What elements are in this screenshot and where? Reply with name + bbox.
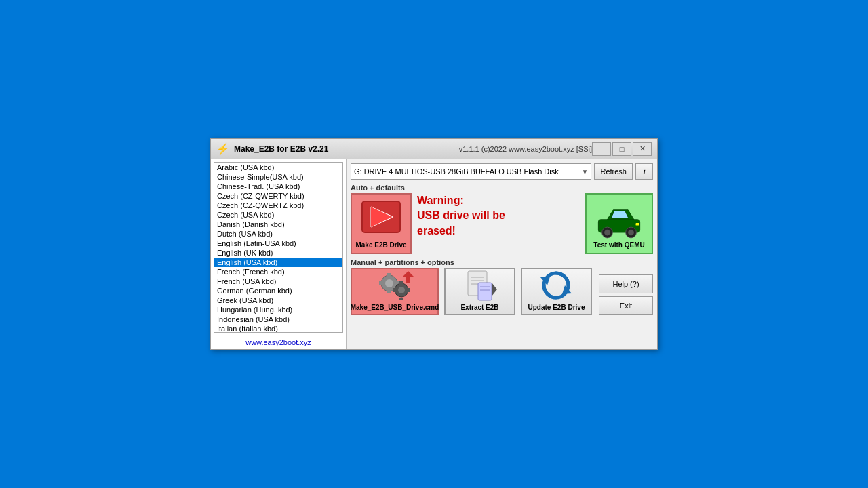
language-item[interactable]: English (Latin-USA kbd): [214, 239, 342, 248]
manual-cmd-label: Make_E2B_USB_Drive.cmd: [351, 304, 439, 311]
svg-rect-20: [408, 288, 410, 292]
language-item[interactable]: Chinese-Simple(USA kbd): [214, 172, 342, 182]
drive-row: G: DRIVE 4 MULTIOS-USB 28GiB BUFFALO USB…: [351, 163, 653, 180]
svg-marker-21: [403, 271, 414, 277]
car-icon: [595, 202, 643, 241]
main-window: ⚡ Make_E2B for E2B v2.21 v1.1.1 (c)2022 …: [210, 138, 658, 350]
svg-point-16: [398, 287, 405, 293]
main-content: Arabic (USA kbd)Chinese-Simple(USA kbd)C…: [211, 159, 657, 349]
extract-label: Extract E2B: [460, 304, 498, 311]
language-item[interactable]: Hungarian (Hung. kbd): [214, 305, 342, 314]
update-label: Update E2B Drive: [528, 304, 585, 311]
svg-rect-18: [399, 298, 403, 300]
svg-rect-17: [399, 281, 403, 284]
svg-point-5: [604, 230, 610, 236]
version-info: v1.1.1 (c)2022 www.easy2boot.xyz [SSi]: [418, 145, 592, 153]
refresh-button[interactable]: Refresh: [594, 163, 633, 180]
auto-section-label: Auto + defaults: [351, 184, 653, 192]
language-item[interactable]: French (French kbd): [214, 267, 342, 277]
extract-icon: [461, 268, 498, 304]
svg-rect-11: [387, 273, 391, 277]
info-button[interactable]: i: [635, 163, 653, 180]
drive-label: G: DRIVE 4 MULTIOS-USB 28GiB BUFFALO USB…: [354, 167, 559, 176]
language-item[interactable]: Arabic (USA kbd): [214, 163, 342, 172]
warning-text: Warning: USB drive will be erased!: [417, 193, 505, 239]
dropdown-arrow-icon: ▼: [582, 168, 589, 176]
side-buttons: Help (?) Exit: [599, 274, 653, 315]
svg-rect-22: [406, 277, 410, 283]
website-link[interactable]: www.easy2boot.xyz: [245, 338, 311, 346]
make-e2b-button[interactable]: Make E2B Drive: [351, 193, 412, 254]
app-icon: ⚡: [216, 142, 230, 155]
language-item[interactable]: English (UK kbd): [214, 248, 342, 258]
help-button[interactable]: Help (?): [599, 274, 653, 293]
titlebar: ⚡ Make_E2B for E2B v2.21 v1.1.1 (c)2022 …: [211, 139, 657, 159]
language-item[interactable]: Czech (CZ-QWERTZ kbd): [214, 201, 342, 210]
language-item[interactable]: Greek (USA kbd): [214, 296, 342, 305]
qemu-button[interactable]: Test with QEMU: [585, 193, 653, 254]
right-panel: G: DRIVE 4 MULTIOS-USB 28GiB BUFFALO USB…: [347, 159, 657, 349]
auto-section: Auto + defaults Make E2B Drive: [351, 184, 653, 254]
warning-box: Warning: USB drive will be erased!: [417, 193, 580, 239]
svg-rect-28: [478, 283, 492, 300]
window-title: Make_E2B for E2B v2.21: [234, 144, 418, 154]
manual-section-content: Make_E2B_USB_Drive.cmd: [351, 268, 653, 315]
language-item[interactable]: Czech (USA kbd): [214, 210, 342, 220]
drive-dropdown[interactable]: G: DRIVE 4 MULTIOS-USB 28GiB BUFFALO USB…: [351, 163, 591, 180]
svg-rect-8: [636, 223, 639, 226]
update-e2b-button[interactable]: Update E2B Drive: [521, 268, 592, 315]
extract-e2b-button[interactable]: Extract E2B: [444, 268, 515, 315]
window-controls: — □ ✕: [592, 142, 652, 156]
manual-section: Manual + partitions + options: [351, 258, 653, 315]
make-e2b-label: Make E2B Drive: [355, 241, 406, 249]
language-item[interactable]: Italian (Italian kbd): [214, 324, 342, 333]
language-item[interactable]: Czech (CZ-QWERTY kbd): [214, 191, 342, 201]
language-item[interactable]: Danish (Danish kbd): [214, 220, 342, 229]
footer-link-area: www.easy2boot.xyz: [211, 336, 346, 349]
exit-button[interactable]: Exit: [599, 296, 653, 315]
manual-cmd-button[interactable]: Make_E2B_USB_Drive.cmd: [351, 268, 439, 315]
language-item[interactable]: French (USA kbd): [214, 277, 342, 286]
qemu-label: Test with QEMU: [593, 241, 644, 249]
svg-rect-12: [387, 290, 391, 293]
language-item[interactable]: Dutch (USA kbd): [214, 229, 342, 239]
svg-rect-19: [393, 288, 395, 292]
language-panel: Arabic (USA kbd)Chinese-Simple(USA kbd)C…: [211, 159, 347, 349]
language-list[interactable]: Arabic (USA kbd)Chinese-Simple(USA kbd)C…: [214, 162, 343, 333]
svg-point-10: [385, 279, 393, 287]
svg-rect-13: [379, 281, 382, 285]
arrow-right-icon: [361, 200, 401, 236]
manual-row: Make_E2B_USB_Drive.cmd: [351, 268, 653, 315]
language-item[interactable]: Chinese-Trad. (USA kbd): [214, 182, 342, 191]
gear-icon: [374, 264, 415, 304]
minimize-button[interactable]: —: [592, 142, 611, 156]
update-icon: [538, 268, 575, 304]
close-button[interactable]: ✕: [633, 142, 652, 156]
language-item[interactable]: Indonesian (USA kbd): [214, 314, 342, 324]
svg-point-7: [628, 230, 634, 236]
auto-section-content: Make E2B Drive Warning: USB drive will b…: [351, 193, 653, 254]
language-item[interactable]: German (German kbd): [214, 286, 342, 296]
language-item[interactable]: English (USA kbd): [214, 258, 342, 267]
maximize-button[interactable]: □: [612, 142, 631, 156]
